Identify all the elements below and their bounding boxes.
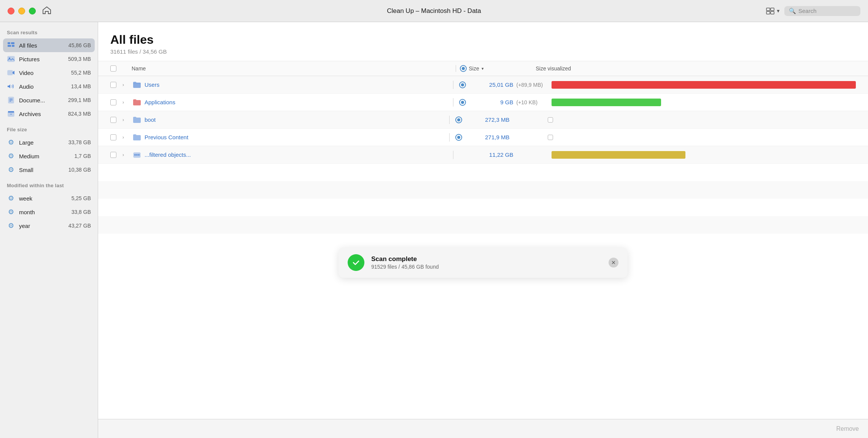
size-sort-radio[interactable] xyxy=(460,65,467,72)
expand-filtered[interactable]: › xyxy=(122,152,132,158)
select-all-checkbox[interactable] xyxy=(110,65,116,72)
sidebar-item-label-video: Video xyxy=(19,70,67,76)
svg-point-21 xyxy=(138,154,140,156)
row-radio-users[interactable] xyxy=(457,81,468,88)
bottom-bar: Remove xyxy=(98,419,868,438)
expand-users[interactable]: › xyxy=(122,82,132,88)
svg-point-20 xyxy=(136,154,138,156)
sidebar-item-documents[interactable]: Docume... 299,1 MB xyxy=(0,93,98,107)
sidebar-item-size-year: 43,27 GB xyxy=(68,223,91,229)
row-name-previous-content[interactable]: Previous Content xyxy=(145,134,445,140)
sidebar-item-label-archives: Archives xyxy=(19,111,64,117)
title-bar: Clean Up – Macintosh HD - Data ▼ 🔍 Searc… xyxy=(0,0,868,22)
folder-icon-boot xyxy=(132,116,142,123)
table-row: › ...filtered objects... 11,22 GB xyxy=(98,146,868,164)
row-size-boot: 272,3 MB xyxy=(464,116,510,123)
row-separator xyxy=(453,98,453,107)
audio-icon xyxy=(7,82,15,91)
search-icon: 🔍 xyxy=(789,8,796,14)
sidebar-item-large[interactable]: ⚙ Large 33,78 GB xyxy=(0,135,98,149)
scan-complete-icon xyxy=(348,254,364,271)
sidebar-item-audio[interactable]: Audio 13,4 MB xyxy=(0,80,98,93)
row-minicheck-previous-content[interactable] xyxy=(548,135,555,140)
row-name-filtered[interactable]: ...filtered objects... xyxy=(145,151,449,158)
notification-area: Scan complete 91529 files / 45,86 GB fou… xyxy=(98,240,868,289)
row-bar-previous-content xyxy=(555,133,856,142)
expand-applications[interactable]: › xyxy=(122,100,132,105)
expand-boot[interactable]: › xyxy=(122,117,132,123)
table-row: › Users 25,01 GB (+89,9 MB) xyxy=(98,76,868,94)
minimize-button[interactable] xyxy=(18,8,25,14)
sidebar-item-video[interactable]: Video 55,2 MB xyxy=(0,66,98,80)
scan-complete-banner: Scan complete 91529 files / 45,86 GB fou… xyxy=(339,247,628,278)
gear-icon-week: ⚙ xyxy=(7,194,15,202)
file-size-label: File size xyxy=(0,127,98,135)
row-radio-applications[interactable] xyxy=(457,99,468,106)
svg-rect-1 xyxy=(771,8,774,11)
sidebar-item-label-week: week xyxy=(19,195,68,202)
sidebar-item-all-files[interactable]: All files 45,86 GB xyxy=(3,38,95,52)
row-radio-previous-content[interactable] xyxy=(453,134,464,141)
svg-rect-0 xyxy=(766,8,770,11)
table-row: › Previous Content 271,9 MB xyxy=(98,129,868,146)
row-separator xyxy=(449,133,450,142)
sidebar-item-month[interactable]: ⚙ month 33,8 GB xyxy=(0,205,98,219)
row-checkbox-boot[interactable] xyxy=(110,117,116,123)
scan-close-button[interactable]: ✕ xyxy=(609,258,618,268)
sidebar-item-label-month: month xyxy=(19,209,68,215)
sidebar-item-pictures[interactable]: Pictures 509,3 MB xyxy=(0,52,98,66)
sidebar-item-label-small: Small xyxy=(19,167,65,173)
row-radio-boot[interactable] xyxy=(453,116,464,123)
sidebar-item-week[interactable]: ⚙ week 5,25 GB xyxy=(0,191,98,205)
search-bar[interactable]: 🔍 Search xyxy=(784,6,860,16)
gear-icon-small: ⚙ xyxy=(7,166,15,174)
row-separator xyxy=(453,81,453,89)
main-layout: Scan results All files 45,86 GB xyxy=(0,22,868,438)
row-size-applications: 9 GB xyxy=(468,99,513,105)
column-size[interactable]: Size ▾ xyxy=(460,65,536,72)
content-area: All files 31611 files / 34,56 GB Name Si… xyxy=(98,22,868,438)
gear-icon-year: ⚙ xyxy=(7,221,15,230)
sidebar-item-size-pictures: 509,3 MB xyxy=(68,56,91,62)
svg-rect-3 xyxy=(771,11,774,14)
sidebar-item-size-audio: 13,4 MB xyxy=(71,83,91,89)
row-bar-users xyxy=(552,80,856,89)
sidebar-item-year[interactable]: ⚙ year 43,27 GB xyxy=(0,219,98,233)
row-checkbox-filtered[interactable] xyxy=(110,152,116,158)
row-name-users[interactable]: Users xyxy=(145,81,449,88)
view-toggle[interactable]: ▼ xyxy=(766,8,781,14)
sidebar-item-archives[interactable]: Archives 824,3 MB xyxy=(0,107,98,121)
scan-subtitle: 91529 files / 45,86 GB found xyxy=(371,264,602,270)
row-delta-applications: (+10 KB) xyxy=(513,99,552,105)
row-checkbox-previous-content[interactable] xyxy=(110,134,116,140)
pictures-icon xyxy=(7,55,15,63)
file-table: Name Size ▾ Size visualized › xyxy=(98,61,868,419)
sidebar-item-label-all-files: All files xyxy=(19,42,65,49)
search-placeholder: Search xyxy=(798,8,817,14)
row-minicheck-boot[interactable] xyxy=(548,117,555,123)
sidebar-item-size-video: 55,2 MB xyxy=(71,70,91,76)
row-name-boot[interactable]: boot xyxy=(145,116,445,123)
row-checkbox-applications[interactable] xyxy=(110,99,116,105)
row-bar-boot xyxy=(555,115,856,124)
scan-text: Scan complete 91529 files / 45,86 GB fou… xyxy=(371,255,602,270)
sidebar-item-small[interactable]: ⚙ Small 10,38 GB xyxy=(0,163,98,177)
gear-icon-month: ⚙ xyxy=(7,208,15,216)
sidebar-item-label-pictures: Pictures xyxy=(19,56,64,62)
home-icon[interactable] xyxy=(43,6,51,16)
maximize-button[interactable] xyxy=(29,8,36,14)
svg-rect-7 xyxy=(12,45,14,47)
sidebar-item-size-week: 5,25 GB xyxy=(72,195,91,201)
expand-previous-content[interactable]: › xyxy=(122,135,132,140)
svg-rect-16 xyxy=(8,111,14,113)
row-checkbox-users[interactable] xyxy=(110,82,116,88)
filtered-icon xyxy=(132,151,142,158)
video-icon xyxy=(7,68,15,77)
sidebar-item-medium[interactable]: ⚙ Medium 1,7 GB xyxy=(0,149,98,163)
gear-icon-medium: ⚙ xyxy=(7,152,15,160)
svg-rect-8 xyxy=(8,56,14,62)
close-button[interactable] xyxy=(8,8,14,14)
remove-button[interactable]: Remove xyxy=(836,425,859,432)
scan-results-label: Scan results xyxy=(0,30,98,38)
row-name-applications[interactable]: Applications xyxy=(145,99,449,105)
